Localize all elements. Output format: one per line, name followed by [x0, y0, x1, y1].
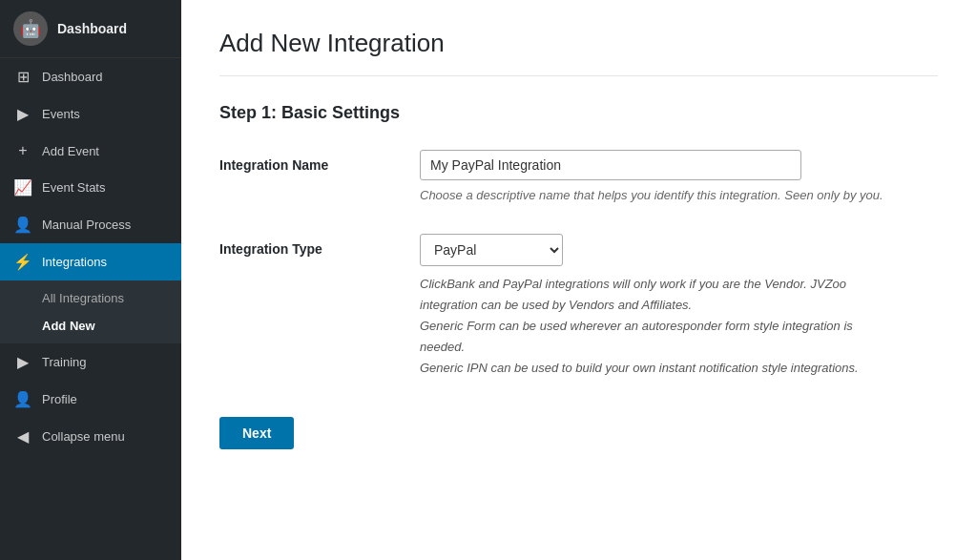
logo-icon: 🤖 — [13, 11, 48, 46]
sidebar-item-label: Events — [42, 107, 80, 121]
manual-process-icon: 👤 — [13, 216, 32, 234]
integrations-arrow: ◀ — [160, 256, 168, 268]
desc-line-3: Generic IPN can be used to build your ow… — [420, 361, 859, 375]
integration-name-hint: Choose a descriptive name that helps you… — [420, 186, 897, 205]
sidebar-item-label: Profile — [42, 392, 77, 406]
sidebar-item-profile[interactable]: 👤 Profile — [0, 381, 181, 418]
integration-name-input[interactable] — [420, 150, 801, 180]
integration-name-row: Integration Name Choose a descriptive na… — [219, 150, 938, 205]
main-content: Add New Integration Step 1: Basic Settin… — [181, 0, 976, 560]
profile-icon: 👤 — [13, 390, 32, 408]
integration-type-label: Integration Type — [219, 234, 420, 257]
next-button[interactable]: Next — [219, 417, 294, 449]
sidebar-sub-all-integrations[interactable]: All Integrations — [0, 284, 181, 312]
desc-line-1: ClickBank and PayPal integrations will o… — [420, 277, 846, 312]
sidebar-item-label: Add Event — [42, 144, 99, 158]
collapse-icon: ◀ — [13, 427, 32, 446]
sidebar-item-dashboard[interactable]: ⊞ Dashboard — [0, 58, 181, 95]
add-event-icon: + — [13, 142, 32, 159]
sidebar-item-manual-process[interactable]: 👤 Manual Process — [0, 206, 181, 243]
step-title: Step 1: Basic Settings — [219, 103, 938, 123]
sidebar-item-label: Event Stats — [42, 180, 105, 195]
sidebar-item-integrations[interactable]: ⚡ Integrations ◀ — [0, 243, 181, 280]
integration-name-label: Integration Name — [219, 150, 420, 173]
sidebar-sub-add-new[interactable]: Add New — [0, 312, 181, 340]
events-icon: ▶ — [13, 105, 32, 123]
sidebar: 🤖 Dashboard ⊞ Dashboard ▶ Events + Add E… — [0, 0, 181, 560]
divider — [219, 75, 938, 76]
sidebar-item-collapse[interactable]: ◀ Collapse menu — [0, 418, 181, 455]
page-title: Add New Integration — [219, 29, 938, 58]
training-icon: ▶ — [13, 353, 32, 371]
sidebar-item-event-stats[interactable]: 📈 Event Stats — [0, 169, 181, 206]
sidebar-logo: 🤖 Dashboard — [0, 0, 181, 58]
sidebar-logo-text: Dashboard — [57, 21, 127, 36]
integration-type-row: Integration Type PayPal ClickBank JVZoo … — [219, 234, 938, 379]
sidebar-item-label: Dashboard — [42, 70, 103, 84]
sidebar-item-events[interactable]: ▶ Events — [0, 95, 181, 133]
sidebar-item-training[interactable]: ▶ Training — [0, 343, 181, 381]
integration-name-field: Choose a descriptive name that helps you… — [420, 150, 938, 205]
sidebar-item-label: Manual Process — [42, 218, 131, 232]
dashboard-icon: ⊞ — [13, 68, 32, 86]
stats-icon: 📈 — [13, 178, 32, 197]
sidebar-item-label: Integrations — [42, 255, 107, 269]
desc-line-2: Generic Form can be used wherever an aut… — [420, 319, 853, 354]
sidebar-item-label: Training — [42, 355, 86, 369]
integrations-icon: ⚡ — [13, 253, 32, 271]
integrations-submenu: All Integrations Add New — [0, 280, 181, 343]
sidebar-item-label: Collapse menu — [42, 429, 125, 444]
sidebar-item-add-event[interactable]: + Add Event — [0, 133, 181, 169]
integration-type-select[interactable]: PayPal ClickBank JVZoo Generic Form Gene… — [420, 234, 563, 266]
integration-type-description: ClickBank and PayPal integrations will o… — [420, 274, 897, 379]
integration-type-field: PayPal ClickBank JVZoo Generic Form Gene… — [420, 234, 938, 379]
